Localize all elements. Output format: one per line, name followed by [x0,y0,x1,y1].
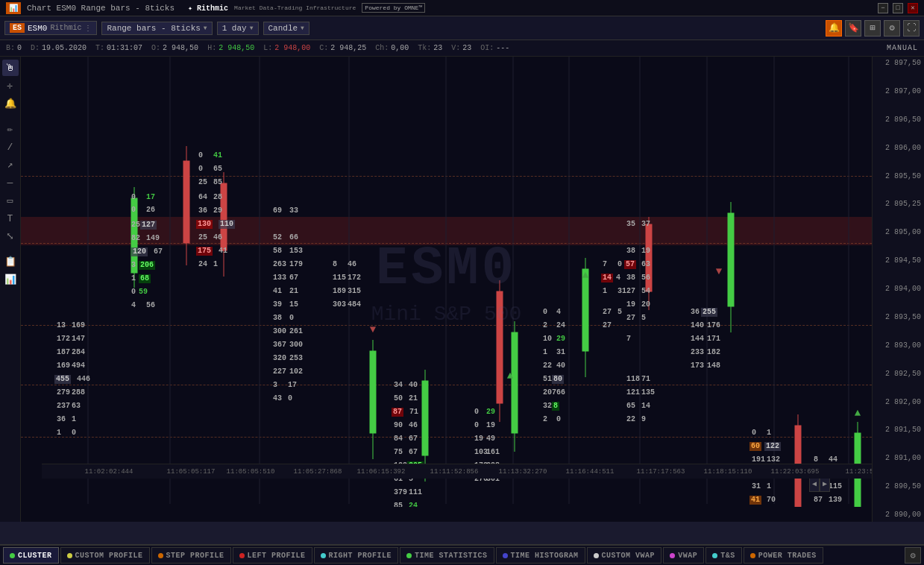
dom7-5: 19 [474,435,483,444]
time-3: 11:05:27:868 [294,468,342,476]
symbol-display[interactable]: ES ESM0 Rithmic ⋮ [4,21,97,35]
omne-badge: Powered by OMNE™ [362,3,425,13]
tab-time-statistics[interactable]: TIME STATISTICS [400,547,494,564]
tab-step-profile[interactable]: STEP PROFILE [151,547,231,564]
crosshair-tool[interactable]: ✛ [2,78,19,94]
vwap-tab-dot [670,553,675,558]
dom4-9: 133 [273,274,286,282]
dom9-8: 31 [617,287,626,296]
time-10: 11:22:03:695 [771,468,820,476]
dom5-7: 303 [333,300,346,309]
dom4-14: 15 [289,300,298,309]
dom10-5: 57 [624,260,636,269]
bottom-settings-button[interactable]: ⚙ [905,547,921,564]
chart-type-dropdown[interactable]: Range bars - 8ticks [101,22,212,35]
tab-vwap[interactable]: VWAP [663,547,704,564]
maximize-button[interactable]: □ [893,3,903,13]
close-button[interactable]: ✕ [908,3,918,13]
text-tool[interactable]: T [2,210,19,227]
dom10-23: 9 [641,415,646,424]
dom12-1: 0 [752,429,756,438]
dom4-21: 320 [273,354,286,363]
b-label: B: [6,44,15,52]
dom11-2: 255 [701,308,717,317]
layout-button[interactable]: ⊞ [864,20,881,37]
oi-value: --- [496,44,509,52]
dom9-7: 1 [603,287,607,296]
display-dropdown[interactable]: Candle [263,22,309,35]
tab-ts[interactable]: T&S [705,547,742,564]
dom2-14: 68 [139,274,151,283]
tab-power-trades[interactable]: POWER TRADES [744,547,823,564]
fullscreen-button[interactable]: ⛶ [903,20,920,37]
dom7-2: 29 [486,408,495,417]
bell-tool[interactable]: 🔔 [2,95,19,112]
dom2-16: 59 [139,288,148,297]
time-4: 11:06:15:392 [357,468,406,476]
dom2-6: 127 [140,221,157,230]
hline-tool[interactable]: — [2,174,19,191]
o-label: O: [151,44,160,52]
dom5-1: 8 [333,260,337,269]
d-value: 19.05.2020 [42,44,87,52]
tab-custom-vwap[interactable]: CUSTOM VWAP [587,547,662,564]
studies-tool[interactable]: 📊 [2,271,19,288]
cursor-tool[interactable]: 🖱 [2,60,19,76]
dom11-4: 176 [707,321,720,330]
dom-10: 446 [77,375,90,384]
dom10-18: 121 [626,388,640,397]
period-dropdown[interactable]: 1 day [217,22,259,35]
dom6-12: 67 [409,448,418,457]
tab-custom-profile[interactable]: CUSTOM PROFILE [60,547,150,564]
template-tool[interactable]: 📋 [2,253,19,270]
tab-left-profile[interactable]: LEFT PROFILE [233,547,312,564]
arrow-up-3: ▲ [855,407,861,419]
dom4-24: 102 [289,367,303,376]
dom12-3: 60 [749,442,761,451]
chart-canvas[interactable]: ESM0 Mini S&P 500 [21,57,872,507]
dom5-2: 46 [348,260,356,269]
dom10-15: 7 [626,335,631,344]
ray-tool[interactable]: ↗ [2,157,19,173]
dom7-8: 161 [486,448,500,457]
settings-button[interactable]: ⚙ [884,20,900,37]
l-label: L: [263,44,272,52]
dom6-2: 40 [409,381,418,390]
line-tool[interactable]: / [2,139,19,155]
bookmark-button[interactable]: 🔖 [845,20,861,37]
market-data-label: Market Data-Trading Infrastructure [234,4,356,11]
ch-value: 0,00 [391,44,409,52]
draw-tool[interactable]: ✏ [2,121,19,137]
dom-18: 0 [72,429,76,438]
dom3-8: 29 [213,206,222,215]
price-label-3: 2 896,00 [876,145,921,152]
dom11-1: 36 [691,308,700,317]
tab-time-histogram[interactable]: TIME HISTOGRAM [496,547,585,564]
ts-tab-dot [712,553,717,558]
ts-tab-label: T&S [720,552,735,560]
tab-right-profile[interactable]: RIGHT PROFILE [314,547,399,564]
price-label-10: 2 893,00 [876,342,921,350]
dom6-1: 34 [394,381,403,390]
dom-16: 1 [72,415,76,424]
dom2-13: 1 [131,274,136,283]
dom12-11: 41 [749,496,761,505]
measure-tool[interactable]: ⤡ [2,228,19,244]
dom4-7: 263 [273,260,286,269]
tab-cluster[interactable]: CLUSTER [3,547,59,564]
dom6-17: 379 [394,488,407,497]
svg-rect-26 [582,269,588,351]
dom2-5: 25 [131,221,140,230]
dom2-10: 67 [154,247,163,256]
alerts-button[interactable]: 🔔 [826,20,842,37]
svg-rect-24 [512,332,518,433]
dom6-9: 84 [394,435,403,444]
price-label-15: 2 890,50 [876,483,921,490]
rect-tool[interactable]: ▭ [2,192,19,209]
dom3-00: 41 [213,151,222,160]
dom13-7: 87 [814,496,823,505]
chart-area: ESM0 Mini S&P 500 [21,57,924,522]
minimize-button[interactable]: − [878,3,888,13]
dom11-9: 173 [691,362,704,370]
dom8-17: 2 [543,415,547,424]
